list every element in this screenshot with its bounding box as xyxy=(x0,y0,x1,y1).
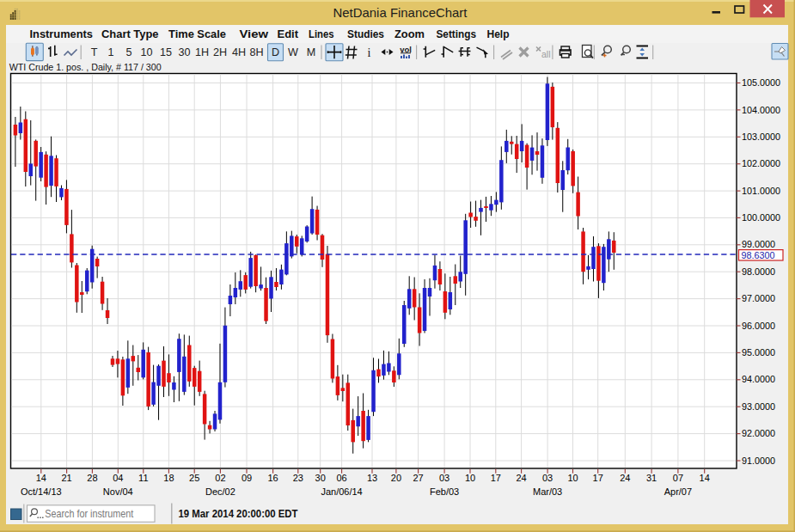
svg-text:98.6300: 98.6300 xyxy=(742,250,775,260)
svg-text:Apr/07: Apr/07 xyxy=(664,486,692,497)
svg-text:105.0000: 105.0000 xyxy=(742,77,780,88)
svg-text:Time Scale: Time Scale xyxy=(168,28,226,40)
svg-text:i: i xyxy=(368,46,371,59)
svg-text:17: 17 xyxy=(593,473,603,483)
svg-text:8H: 8H xyxy=(249,46,263,58)
svg-text:Dec/02: Dec/02 xyxy=(205,486,235,497)
svg-text:15: 15 xyxy=(160,46,172,58)
svg-text:19 Mar 2014 20:00:00 EDT: 19 Mar 2014 20:00:00 EDT xyxy=(179,507,298,520)
svg-text:91.0000: 91.0000 xyxy=(742,456,775,466)
svg-text:10: 10 xyxy=(140,46,152,58)
svg-text:Mar/03: Mar/03 xyxy=(533,486,562,497)
svg-text:all: all xyxy=(541,49,551,59)
svg-text:09: 09 xyxy=(242,473,252,483)
svg-text:30: 30 xyxy=(315,473,326,483)
svg-text:20: 20 xyxy=(391,473,401,483)
svg-text:92.0000: 92.0000 xyxy=(742,428,775,438)
svg-text:24: 24 xyxy=(516,473,526,483)
svg-text:W: W xyxy=(288,46,298,58)
svg-text:18: 18 xyxy=(163,473,174,483)
svg-text:04: 04 xyxy=(113,473,123,483)
svg-text:Nov/04: Nov/04 xyxy=(103,486,133,497)
svg-text:100.0000: 100.0000 xyxy=(742,212,780,223)
svg-text:97.0000: 97.0000 xyxy=(742,293,775,303)
svg-text:Edit: Edit xyxy=(278,28,299,40)
svg-text:4H: 4H xyxy=(232,46,246,58)
svg-text:25: 25 xyxy=(189,473,199,483)
svg-text:M: M xyxy=(307,46,316,58)
svg-text:WTI Crude 1. pos. , Daily, # 1: WTI Crude 1. pos. , Daily, # 117 / 300 xyxy=(9,62,162,72)
svg-text:11: 11 xyxy=(138,473,148,483)
svg-text:07: 07 xyxy=(673,473,683,483)
svg-text:02: 02 xyxy=(215,473,225,483)
svg-text:94.0000: 94.0000 xyxy=(742,374,775,384)
svg-text:Feb/03: Feb/03 xyxy=(430,486,459,497)
svg-text:View: View xyxy=(240,28,269,40)
svg-text:06: 06 xyxy=(336,473,346,483)
svg-text:24: 24 xyxy=(620,473,630,483)
svg-text:102.0000: 102.0000 xyxy=(742,158,780,168)
svg-text:99.0000: 99.0000 xyxy=(742,239,775,249)
svg-text:03: 03 xyxy=(542,473,553,483)
svg-text:27: 27 xyxy=(413,473,423,483)
svg-text:17: 17 xyxy=(491,473,501,483)
svg-text:10: 10 xyxy=(567,473,578,483)
svg-text:T: T xyxy=(91,46,98,58)
svg-text:NetDania FinanceChart: NetDania FinanceChart xyxy=(333,6,468,20)
svg-text:Instruments: Instruments xyxy=(30,28,94,40)
svg-text:vol: vol xyxy=(400,45,412,54)
svg-text:2H: 2H xyxy=(213,46,227,58)
svg-text:Studies: Studies xyxy=(347,28,384,40)
svg-text:23: 23 xyxy=(293,473,303,483)
svg-text:Lines: Lines xyxy=(309,28,334,40)
svg-text:1: 1 xyxy=(107,46,113,58)
svg-text:Chart Type: Chart Type xyxy=(101,28,159,40)
svg-text:D: D xyxy=(272,46,279,58)
svg-text:Zoom: Zoom xyxy=(394,28,425,40)
svg-text:31: 31 xyxy=(646,473,657,483)
svg-text:96.0000: 96.0000 xyxy=(742,321,775,331)
svg-text:95.0000: 95.0000 xyxy=(742,347,775,358)
svg-text:Jan/06/14: Jan/06/14 xyxy=(321,486,362,497)
svg-text:14: 14 xyxy=(36,473,46,483)
svg-text:14: 14 xyxy=(700,473,710,483)
svg-text:Settings: Settings xyxy=(437,28,477,40)
svg-text:30: 30 xyxy=(178,46,190,58)
svg-text:Help: Help xyxy=(487,28,510,40)
svg-text:104.0000: 104.0000 xyxy=(742,105,780,115)
svg-text:21: 21 xyxy=(61,473,71,483)
svg-text:5: 5 xyxy=(125,46,131,58)
svg-text:13: 13 xyxy=(367,473,377,483)
svg-text:1H: 1H xyxy=(195,46,209,58)
svg-text:101.0000: 101.0000 xyxy=(742,186,780,196)
svg-text:03: 03 xyxy=(439,473,449,483)
svg-text:93.0000: 93.0000 xyxy=(742,401,775,412)
svg-text:Search for instrument: Search for instrument xyxy=(45,508,134,520)
svg-text:10: 10 xyxy=(465,473,475,483)
svg-text:28: 28 xyxy=(87,473,97,483)
svg-text:103.0000: 103.0000 xyxy=(742,131,780,142)
svg-text:16: 16 xyxy=(267,473,278,483)
svg-text:98.0000: 98.0000 xyxy=(742,266,775,277)
svg-text:Oct/14/13: Oct/14/13 xyxy=(21,486,62,497)
